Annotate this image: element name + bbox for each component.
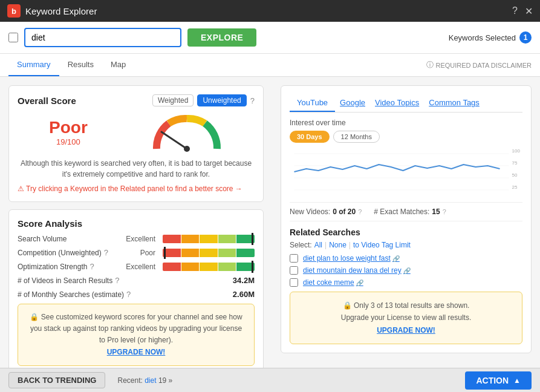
right-panel: YouTube Google Video Topics Common Tags … — [272, 77, 540, 370]
recent-count: 19 — [158, 376, 166, 385]
select-all-link[interactable]: All — [314, 241, 322, 249]
search-bar: EXPLORE Keywords Selected 1 — [0, 22, 540, 54]
upgrade-notice-subtext: Upgrade your License to view all results… — [341, 313, 471, 322]
tab-video-topics[interactable]: Video Topics — [370, 94, 424, 112]
keywords-selected: Keywords Selected 1 — [449, 31, 532, 44]
search-item-checkbox-1[interactable] — [290, 266, 298, 275]
disclaimer-text: REQUIRED DATA DISCLAIMER — [435, 62, 532, 69]
weight-toggle: Weighted Unweighted ? — [152, 94, 255, 106]
keyword-checkbox[interactable] — [8, 33, 18, 42]
search-item-checkbox-2[interactable] — [290, 278, 298, 287]
search-item-1: diet mountain dew lana del rey 🔗 — [290, 266, 522, 275]
svg-line-0 — [161, 132, 187, 149]
score-help-icon[interactable]: ? — [250, 96, 255, 105]
score-number: 19/100 — [49, 137, 88, 146]
recent-label: Recent: — [117, 376, 142, 385]
unweighted-btn[interactable]: Unweighted — [197, 94, 246, 106]
metrics-row: New Videos: 0 of 20 ? # Exact Matches: 1… — [290, 202, 522, 221]
upgrade-text: See customized keyword scores for your c… — [30, 313, 242, 344]
tabs-left: Summary Results Map — [8, 54, 134, 76]
overall-score-title: Overall Score — [18, 96, 76, 106]
select-limit-link[interactable]: to Video Tag Limit — [353, 241, 411, 249]
title-bar: b Keyword Explorer ? ✕ — [0, 0, 540, 22]
exact-matches-help[interactable]: ? — [443, 208, 446, 215]
search-item-2: diet coke meme 🔗 — [290, 278, 522, 287]
tab-common-tags[interactable]: Common Tags — [424, 94, 484, 112]
tabs-row: Summary Results Map ⓘ REQUIRED DATA DISC… — [0, 54, 540, 77]
score-tip: ⚠ Try clicking a Keyword in the Related … — [18, 185, 255, 193]
metric-new-videos: New Videos: 0 of 20 ? — [290, 207, 362, 216]
action-label: ACTION — [476, 376, 509, 385]
help-button[interactable]: ? — [512, 5, 518, 17]
new-videos-label: New Videos: — [290, 207, 330, 216]
action-arrow-icon: ▲ — [513, 376, 521, 385]
search-item-link-2[interactable]: diet coke meme 🔗 — [303, 278, 363, 287]
bar-indicator-volume — [252, 233, 253, 245]
svg-text:75: 75 — [512, 160, 518, 166]
bar-volume — [163, 235, 255, 243]
tab-results[interactable]: Results — [59, 54, 102, 76]
optimization-help-icon[interactable]: ? — [89, 262, 94, 271]
title-bar-left: b Keyword Explorer — [7, 4, 97, 18]
explore-button[interactable]: EXPLORE — [187, 28, 256, 47]
svg-text:25: 25 — [512, 185, 518, 190]
tab-youtube[interactable]: YouTube — [290, 94, 335, 112]
monthly-help-icon[interactable]: ? — [126, 290, 131, 299]
select-label: Select: — [290, 241, 312, 249]
upgrade-notice-text: Only 3 of 13 total results are shown. — [354, 301, 469, 310]
stat-label-videos: # of Videos in Search Results ? — [18, 276, 233, 285]
score-description: Although this keyword is searched very o… — [18, 158, 255, 180]
select-divider: | — [325, 241, 327, 249]
rating-volume: Excellent — [119, 235, 155, 243]
search-item-checkbox-0[interactable] — [290, 254, 298, 263]
search-input[interactable] — [24, 28, 181, 47]
tab-summary[interactable]: Summary — [8, 54, 59, 76]
score-text-area: Poor 19/100 — [49, 118, 88, 146]
bar-indicator-competition — [164, 247, 166, 259]
action-button[interactable]: ACTION ▲ — [465, 371, 532, 390]
close-button[interactable]: ✕ — [525, 5, 533, 17]
exact-matches-value: 15 — [432, 207, 440, 216]
color-bar-optimization — [163, 263, 255, 271]
select-divider2: | — [349, 241, 351, 249]
stat-row-videos: # of Videos in Search Results ? 34.2M — [18, 276, 255, 285]
color-bar-volume — [163, 235, 255, 243]
main-content: Overall Score Weighted Unweighted ? Poor… — [0, 77, 540, 370]
external-icon-2: 🔗 — [356, 279, 363, 286]
app-icon: b — [7, 4, 21, 18]
app-title: Keyword Explorer — [25, 6, 97, 16]
chart-area: 100 75 50 25 — [290, 148, 522, 196]
left-panel: Overall Score Weighted Unweighted ? Poor… — [0, 77, 272, 370]
upgrade-link[interactable]: UPGRADE NOW! — [107, 348, 166, 356]
recent-suffix: » — [169, 376, 173, 385]
upgrade-notice-link[interactable]: UPGRADE NOW! — [377, 326, 435, 335]
external-icon-1: 🔗 — [403, 267, 411, 274]
score-analysis-section: Score Analysis Search Volume Excellent C… — [8, 209, 264, 370]
back-trending-button[interactable]: BACK TO TRENDING — [8, 372, 105, 388]
stat-row-monthly: # of Monthly Searches (estimate) ? 2.60M — [18, 290, 255, 299]
search-item-link-0[interactable]: diet plan to lose weight fast 🔗 — [303, 254, 400, 263]
info-icon: ⓘ — [426, 60, 434, 70]
competition-help-icon[interactable]: ? — [104, 248, 108, 257]
tab-google[interactable]: Google — [335, 94, 370, 112]
score-header: Overall Score Weighted Unweighted ? — [18, 94, 255, 106]
stat-value-monthly: 2.60M — [233, 290, 255, 299]
new-videos-help[interactable]: ? — [358, 208, 362, 215]
keywords-count-badge: 1 — [519, 31, 532, 44]
time-30days[interactable]: 30 Days — [290, 131, 330, 143]
videos-help-icon[interactable]: ? — [115, 276, 119, 285]
recent-keyword-link[interactable]: diet — [145, 376, 156, 385]
svg-text:50: 50 — [512, 172, 518, 178]
svg-point-1 — [184, 146, 190, 152]
analysis-row-volume: Search Volume Excellent — [18, 235, 255, 243]
keywords-selected-label: Keywords Selected — [449, 33, 516, 42]
rating-competition: Poor — [119, 249, 155, 257]
weighted-btn[interactable]: Weighted — [152, 94, 194, 106]
tab-map[interactable]: Map — [102, 54, 134, 76]
related-searches-title: Related Searches — [290, 227, 522, 237]
rating-optimization: Excellent — [119, 263, 155, 271]
search-item-link-1[interactable]: diet mountain dew lana del rey 🔗 — [303, 266, 411, 275]
time-12months[interactable]: 12 Months — [333, 131, 380, 143]
select-none-link[interactable]: None — [329, 241, 346, 249]
score-label: Poor — [49, 118, 88, 137]
